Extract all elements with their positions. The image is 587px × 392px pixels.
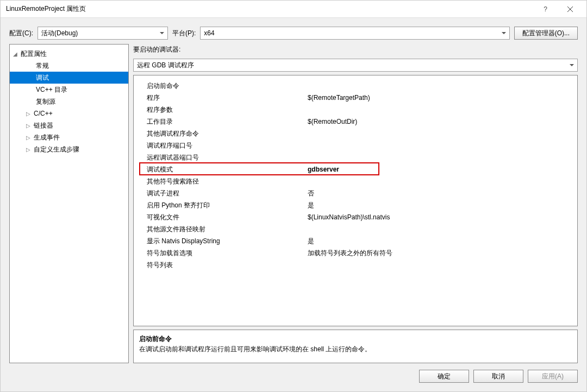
property-row[interactable]: 调试程序端口号 (134, 140, 577, 151)
property-name: 显示 Natvis DisplayString (134, 237, 305, 246)
property-name: 调试子进程 (134, 189, 305, 198)
caret-right-icon: ▷ (26, 147, 32, 153)
platform-label: 平台(P): (172, 29, 196, 38)
right-panel: 要启动的调试器: 远程 GDB 调试程序 启动前命令程序$(RemoteTarg… (133, 44, 578, 363)
property-name: 调试模式 (134, 165, 305, 174)
config-tree[interactable]: ◢配置属性 常规 调试 VC++ 目录 复制源 ▷C/C++ ▷链接器 ▷生成事… (9, 44, 129, 363)
close-icon (567, 7, 573, 12)
apply-button[interactable]: 应用(A) (528, 370, 578, 383)
property-row[interactable]: 调试子进程否 (134, 187, 577, 199)
property-row[interactable]: 程序参数 (134, 104, 577, 116)
property-name: 程序 (134, 93, 305, 103)
titlebar: LinuxRemoteProject 属性页 ? (1, 1, 586, 18)
property-value[interactable]: $(RemoteTargetPath) (305, 94, 577, 102)
help-button[interactable]: ? (533, 2, 558, 17)
tree-item-debug[interactable]: 调试 (10, 72, 128, 84)
caret-right-icon: ▷ (26, 123, 32, 129)
property-row[interactable]: 显示 Natvis DisplayString是 (134, 235, 577, 247)
property-row[interactable]: 符号列表 (134, 259, 577, 271)
property-name: 程序参数 (134, 105, 305, 115)
property-pages-dialog: LinuxRemoteProject 属性页 ? 配置(C): 活动(Debug… (0, 0, 587, 392)
debugger-combo[interactable]: 远程 GDB 调试程序 (133, 59, 578, 72)
caret-right-icon: ▷ (26, 111, 32, 117)
property-name: 符号加载首选项 (134, 249, 305, 258)
debugger-to-launch-label: 要启动的调试器: (133, 44, 578, 55)
tree-root[interactable]: ◢配置属性 (10, 48, 128, 60)
cancel-button[interactable]: 取消 (473, 370, 523, 383)
property-name: 启用 Python 整齐打印 (134, 201, 305, 210)
property-row[interactable]: 其他调试程序命令 (134, 128, 577, 140)
property-name: 工作目录 (134, 117, 305, 127)
property-value[interactable]: 否 (305, 189, 577, 198)
property-row[interactable]: 启动前命令 (134, 80, 577, 92)
property-name: 其他调试程序命令 (134, 129, 305, 138)
property-value[interactable]: 是 (305, 201, 577, 210)
property-row[interactable]: 调试模式gdbserver (134, 163, 577, 175)
property-grid[interactable]: 启动前命令程序$(RemoteTargetPath)程序参数工作目录$(Remo… (133, 75, 578, 326)
platform-combo[interactable]: x64 (200, 27, 509, 40)
property-row[interactable]: 其他符号搜索路径 (134, 175, 577, 187)
property-row[interactable]: 程序$(RemoteTargetPath) (134, 92, 577, 104)
description-text: 在调试启动前和调试程序运行前且可用来影响调试环境的在 shell 上运行的命令。 (139, 345, 572, 354)
property-name: 其他符号搜索路径 (134, 177, 305, 186)
close-button[interactable] (558, 2, 582, 17)
tree-item-buildevents[interactable]: ▷生成事件 (10, 131, 128, 143)
description-title: 启动前命令 (139, 334, 572, 344)
property-name: 符号列表 (134, 261, 305, 270)
property-name: 其他源文件路径映射 (134, 225, 305, 234)
main-area: ◢配置属性 常规 调试 VC++ 目录 复制源 ▷C/C++ ▷链接器 ▷生成事… (9, 44, 578, 363)
property-row[interactable]: 符号加载首选项加载符号列表之外的所有符号 (134, 247, 577, 259)
tree-item-ccpp[interactable]: ▷C/C++ (10, 108, 128, 119)
property-value[interactable]: 加载符号列表之外的所有符号 (305, 249, 577, 258)
property-value[interactable]: $(RemoteOutDir) (305, 118, 577, 125)
tree-item-general[interactable]: 常规 (10, 60, 128, 72)
tree-item-custombuild[interactable]: ▷自定义生成步骤 (10, 143, 128, 155)
property-row[interactable]: 其他源文件路径映射 (134, 223, 577, 235)
property-name: 远程调试器端口号 (134, 153, 305, 162)
property-name: 启动前命令 (134, 81, 305, 91)
property-row[interactable]: 启用 Python 整齐打印是 (134, 199, 577, 211)
dialog-footer: 确定 取消 应用(A) (9, 368, 578, 383)
description-box: 启动前命令 在调试启动前和调试程序运行前且可用来影响调试环境的在 shell 上… (133, 330, 578, 363)
ok-button[interactable]: 确定 (419, 370, 469, 383)
property-name: 可视化文件 (134, 213, 305, 222)
config-manager-button[interactable]: 配置管理器(O)... (514, 27, 578, 40)
configuration-label: 配置(C): (9, 29, 33, 38)
tree-item-linker[interactable]: ▷链接器 (10, 119, 128, 131)
property-row[interactable]: 工作目录$(RemoteOutDir) (134, 116, 577, 128)
property-value[interactable]: 是 (305, 237, 577, 246)
property-row[interactable]: 远程调试器端口号 (134, 151, 577, 163)
property-row[interactable]: 可视化文件$(LinuxNatvisPath)\stl.natvis (134, 211, 577, 223)
caret-down-icon: ◢ (13, 51, 18, 57)
tree-item-copysrc[interactable]: 复制源 (10, 96, 128, 108)
configuration-combo[interactable]: 活动(Debug) (38, 27, 168, 40)
property-value[interactable]: gdbserver (305, 166, 577, 173)
property-value[interactable]: $(LinuxNatvisPath)\stl.natvis (305, 213, 577, 221)
config-row: 配置(C): 活动(Debug) 平台(P): x64 配置管理器(O)... (9, 27, 578, 40)
dialog-body: 配置(C): 活动(Debug) 平台(P): x64 配置管理器(O)... … (1, 18, 586, 391)
window-title: LinuxRemoteProject 属性页 (6, 4, 533, 14)
tree-item-vcdirs[interactable]: VC++ 目录 (10, 84, 128, 96)
caret-right-icon: ▷ (26, 135, 32, 141)
property-name: 调试程序端口号 (134, 141, 305, 150)
